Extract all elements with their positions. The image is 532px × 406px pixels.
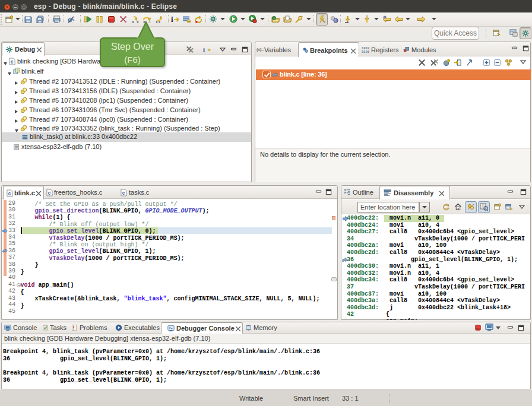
svg-text:i: i: [171, 15, 173, 23]
svg-text:i: i: [203, 46, 205, 53]
